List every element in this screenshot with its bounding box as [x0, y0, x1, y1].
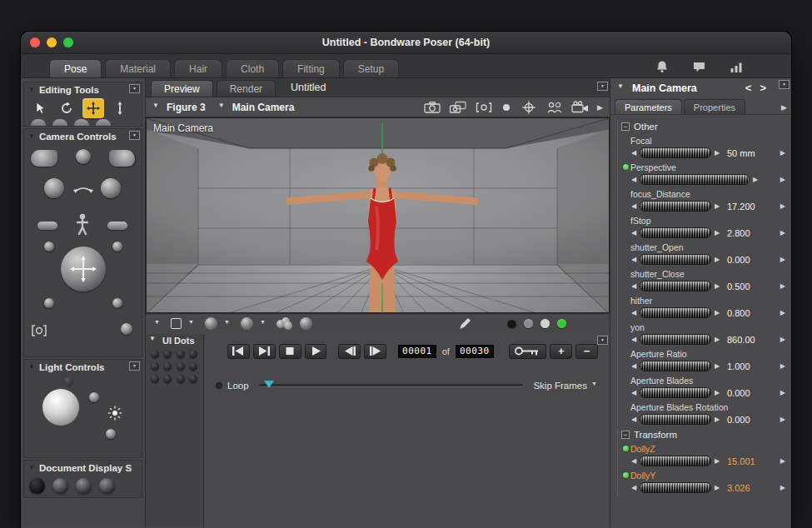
parameter-value[interactable]: 2.800 — [727, 228, 750, 238]
parameter-options-arrow[interactable]: ▶ — [780, 484, 790, 491]
dial-increase-arrow[interactable]: ▶ — [714, 282, 720, 290]
face-camera-left-icon[interactable] — [44, 178, 64, 198]
light-trackball[interactable] — [42, 389, 79, 426]
cartoon-style-icon[interactable] — [300, 317, 312, 330]
skip-frames-menu-icon[interactable]: ▼ — [591, 381, 601, 391]
right-camera-icon[interactable] — [107, 222, 127, 230]
parameter-value[interactable]: 0.500 — [727, 281, 750, 291]
collapse-triangle-icon[interactable]: ▼ — [28, 87, 35, 93]
parameter-dial[interactable] — [640, 147, 711, 158]
multi-style-icon[interactable] — [276, 317, 293, 331]
tab-fitting[interactable]: Fitting — [282, 59, 340, 77]
collapse-triangle-icon[interactable]: ▼ — [28, 364, 35, 371]
dial-increase-arrow[interactable]: ▶ — [714, 149, 720, 157]
parameter-options-arrow[interactable]: ▶ — [780, 202, 790, 210]
parameter-value[interactable]: 0.800 — [727, 308, 750, 318]
zoom-window-button[interactable] — [63, 37, 73, 47]
parameter-options-arrow[interactable]: ▶ — [780, 282, 790, 290]
face-camera-icon[interactable] — [475, 101, 493, 114]
panel-menu-icon[interactable]: ▼ — [597, 82, 608, 91]
tool-icon[interactable] — [74, 119, 89, 126]
parameter-value[interactable]: 15.001 — [727, 456, 755, 466]
collapse-triangle-icon[interactable]: ▼ — [617, 83, 627, 93]
flyaround-icon[interactable] — [31, 325, 47, 336]
parameter-options-arrow[interactable]: ▶ — [780, 149, 790, 157]
parameter-options-arrow[interactable]: ▶ — [780, 229, 790, 237]
chat-icon[interactable] — [692, 61, 706, 73]
dial-decrease-arrow[interactable]: ◀ — [630, 484, 637, 491]
left-camera-icon[interactable] — [37, 222, 57, 230]
collapse-section-icon[interactable]: − — [621, 122, 630, 131]
ui-dot[interactable] — [177, 362, 185, 371]
parameter-dial[interactable] — [640, 201, 711, 212]
stop-button[interactable] — [279, 344, 301, 359]
parameter-dial[interactable] — [640, 456, 711, 466]
editing-tools-header[interactable]: ▼ Editing Tools — [24, 82, 142, 97]
ui-dot[interactable] — [177, 350, 185, 358]
style-menu-triangle-icon[interactable]: ▼ — [154, 319, 164, 329]
parameter-dial[interactable] — [640, 482, 711, 493]
tracking-dot[interactable] — [557, 319, 566, 328]
light-intensity-sun-icon[interactable] — [107, 406, 122, 421]
animated-indicator[interactable] — [623, 446, 629, 451]
hidden-line-style-icon[interactable] — [99, 478, 115, 494]
parameter-options-arrow[interactable]: ▶ — [780, 256, 790, 263]
figure-menu[interactable]: Figure 3 — [167, 102, 206, 113]
tool-icon[interactable] — [96, 119, 111, 126]
timeline-scrubber-handle[interactable] — [264, 381, 274, 388]
parameter-options-arrow[interactable]: ▶ — [780, 416, 790, 423]
parameter-value[interactable]: 1.000 — [727, 361, 750, 371]
loop-toggle[interactable] — [216, 382, 222, 389]
figure-menu-triangle-icon[interactable]: ▼ — [152, 102, 162, 112]
tab-properties[interactable]: Properties — [684, 99, 745, 114]
edit-keyframes-key-icon[interactable] — [509, 344, 547, 359]
parameter-value[interactable]: 0.000 — [727, 415, 750, 425]
previous-item-arrow[interactable]: < — [745, 82, 752, 94]
dial-decrease-arrow[interactable]: ◀ — [630, 336, 637, 343]
tool-icon[interactable] — [31, 119, 46, 126]
swap-cameras-icon[interactable] — [72, 183, 94, 195]
animated-indicator[interactable] — [623, 472, 629, 478]
current-frame-field[interactable]: 00001 — [398, 345, 436, 358]
more-tools-row[interactable] — [24, 118, 142, 126]
light-controls-header[interactable]: ▼ Light Controls — [24, 360, 142, 374]
style-menu-triangle-icon[interactable]: ▼ — [188, 319, 198, 329]
parameter-dial[interactable] — [640, 227, 711, 238]
photo-camera-icon[interactable] — [423, 101, 441, 114]
close-window-button[interactable] — [30, 37, 40, 47]
dial-increase-arrow[interactable]: ▶ — [714, 202, 720, 210]
skip-frames-label[interactable]: Skip Frames — [533, 381, 587, 391]
parameter-value[interactable]: 50 mm — [727, 148, 755, 158]
right-hand-camera-icon[interactable] — [109, 150, 136, 167]
camera-controls-header[interactable]: ▼ Camera Controls — [24, 129, 142, 143]
document-display-header[interactable]: ▼ Document Display S — [24, 461, 142, 475]
parameter-value[interactable]: 3.026 — [727, 483, 750, 493]
tab-render[interactable]: Render — [217, 80, 276, 97]
pencil-sketch-icon[interactable] — [458, 316, 472, 331]
dial-decrease-arrow[interactable]: ◀ — [630, 282, 637, 290]
animated-indicator[interactable] — [623, 164, 629, 170]
head-camera-icon[interactable] — [76, 149, 91, 164]
pointer-tool-icon[interactable] — [29, 98, 51, 118]
panel-menu-icon[interactable]: ▼ — [779, 80, 790, 89]
parameter-value[interactable]: 860.00 — [727, 335, 755, 345]
tracking-dot[interactable] — [524, 319, 533, 328]
dial-decrease-arrow[interactable]: ◀ — [630, 309, 637, 316]
tab-pose[interactable]: Pose — [49, 59, 102, 77]
ui-dot[interactable] — [163, 350, 172, 358]
posing-camera-icon[interactable] — [44, 298, 54, 308]
ui-dot[interactable] — [189, 362, 197, 371]
last-frame-button[interactable] — [253, 344, 276, 359]
more-tabs-arrow-icon[interactable]: ▶ — [781, 103, 787, 112]
outline-style-icon[interactable] — [171, 318, 182, 329]
parameter-options-arrow[interactable]: ▶ — [780, 176, 790, 183]
ui-dot[interactable] — [163, 375, 172, 383]
ui-dot[interactable] — [151, 362, 159, 371]
camera-menu-triangle-icon[interactable]: ▼ — [218, 102, 228, 112]
wireframe-style-icon[interactable] — [76, 478, 92, 494]
parameter-dial[interactable] — [640, 334, 711, 345]
ui-dot[interactable] — [189, 350, 197, 358]
parameter-options-arrow[interactable]: ▶ — [780, 389, 790, 396]
parameter-dial[interactable] — [640, 414, 711, 425]
panel-menu-icon[interactable]: ▼ — [129, 361, 140, 371]
